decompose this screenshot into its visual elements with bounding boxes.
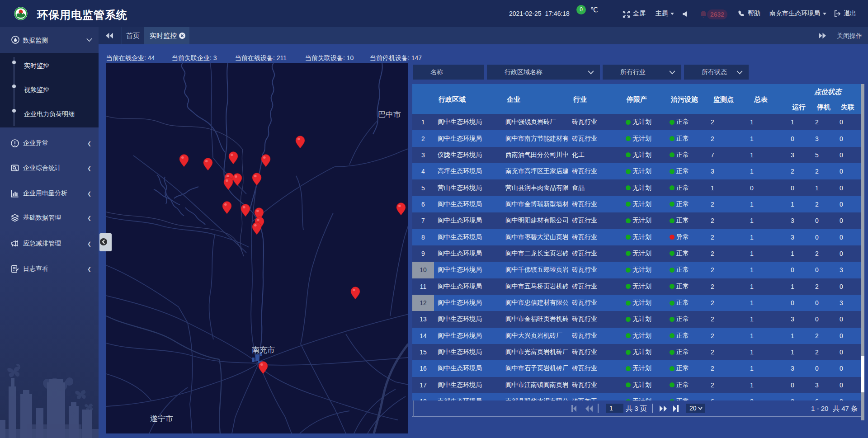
svg-text:遂宁市: 遂宁市 — [150, 414, 173, 423]
